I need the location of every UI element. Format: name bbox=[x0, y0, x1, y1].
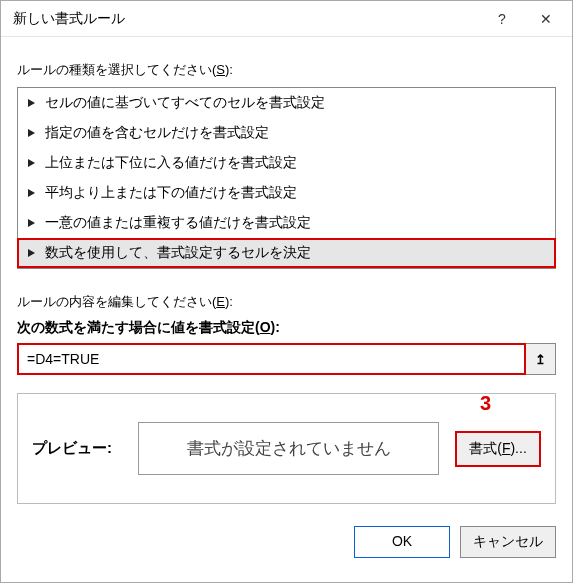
annotation-number-3: 3 bbox=[480, 392, 491, 415]
ok-button[interactable]: OK bbox=[354, 526, 450, 558]
dialog-content: ルールの種類を選択してください(S): セルの値に基づいてすべてのセルを書式設定… bbox=[1, 37, 572, 504]
help-icon: ? bbox=[498, 11, 506, 27]
rule-type-item[interactable]: 平均より上または下の値だけを書式設定 bbox=[18, 178, 555, 208]
triangle-icon bbox=[28, 219, 35, 227]
triangle-icon bbox=[28, 129, 35, 137]
format-button[interactable]: 書式(F)... bbox=[455, 431, 541, 467]
help-button[interactable]: ? bbox=[480, 4, 524, 34]
preview-box: 書式が設定されていません bbox=[138, 422, 439, 475]
preview-area: プレビュー: 書式が設定されていません 書式(F)... 3 bbox=[17, 393, 556, 504]
preview-label: プレビュー: bbox=[32, 439, 122, 458]
formula-label: 次の数式を満たす場合に値を書式設定(O): bbox=[17, 319, 556, 337]
triangle-icon bbox=[28, 99, 35, 107]
rule-type-item[interactable]: セルの値に基づいてすべてのセルを書式設定 bbox=[18, 88, 555, 118]
close-button[interactable]: ✕ bbox=[524, 4, 568, 34]
triangle-icon bbox=[28, 189, 35, 197]
rule-type-item[interactable]: 上位または下位に入る値だけを書式設定 bbox=[18, 148, 555, 178]
rule-edit-label: ルールの内容を編集してください(E): bbox=[17, 293, 556, 311]
rule-type-item[interactable]: 指定の値を含むセルだけを書式設定 bbox=[18, 118, 555, 148]
rule-type-list[interactable]: セルの値に基づいてすべてのセルを書式設定 指定の値を含むセルだけを書式設定 上位… bbox=[17, 87, 556, 269]
range-picker-icon: ↥ bbox=[535, 352, 546, 367]
rule-type-item[interactable]: 一意の値または重複する値だけを書式設定 bbox=[18, 208, 555, 238]
dialog-footer: OK キャンセル bbox=[1, 526, 572, 572]
titlebar: 新しい書式ルール ? ✕ bbox=[1, 1, 572, 37]
rule-type-item-selected[interactable]: 数式を使用して、書式設定するセルを決定 bbox=[18, 238, 555, 268]
close-icon: ✕ bbox=[540, 11, 552, 27]
formula-input[interactable] bbox=[17, 343, 526, 375]
range-picker-button[interactable]: ↥ bbox=[526, 343, 556, 375]
window-title: 新しい書式ルール bbox=[13, 10, 480, 28]
formula-row: ↥ bbox=[17, 343, 556, 375]
cancel-button[interactable]: キャンセル bbox=[460, 526, 556, 558]
rule-type-label: ルールの種類を選択してください(S): bbox=[17, 61, 556, 79]
triangle-icon bbox=[28, 159, 35, 167]
triangle-icon bbox=[28, 249, 35, 257]
